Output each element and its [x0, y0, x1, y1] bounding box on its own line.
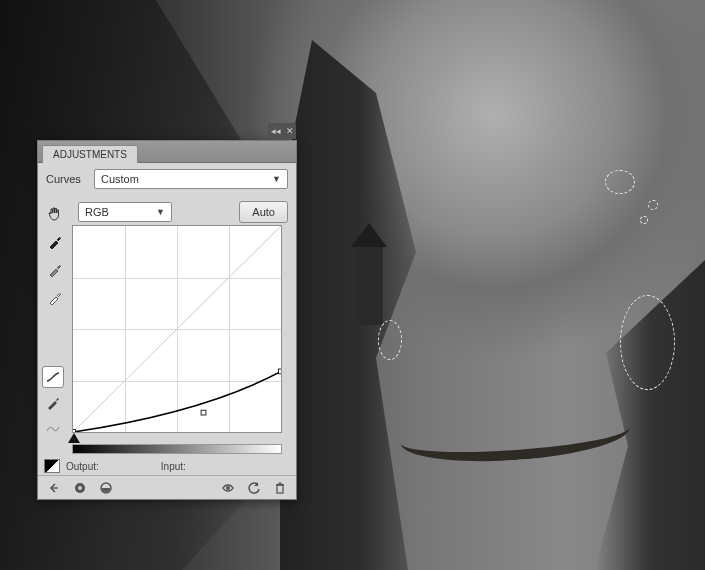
curve-mode-icon[interactable]: [42, 366, 64, 388]
panel-footer: [38, 475, 296, 499]
adjustments-panel: ◂◂ ✕ ADJUSTMENTS Curves Custom ▼ RGB ▼ A…: [37, 140, 297, 500]
svg-point-8: [226, 486, 230, 490]
selection-marquee: [620, 295, 675, 390]
svg-rect-9: [277, 485, 283, 493]
selection-marquee: [378, 320, 402, 360]
reset-icon[interactable]: [246, 480, 262, 496]
panel-tabbar: ADJUSTMENTS: [38, 141, 296, 163]
view-previous-icon[interactable]: [220, 480, 236, 496]
hand-adjust-icon[interactable]: [44, 203, 66, 225]
panel-titletab: ◂◂ ✕: [268, 123, 296, 139]
preset-select-value: Custom: [101, 173, 139, 185]
svg-rect-11: [279, 482, 282, 484]
curves-svg: [73, 226, 281, 432]
clip-layer-icon[interactable]: [98, 480, 114, 496]
black-point-handle[interactable]: [68, 433, 80, 443]
eyedropper-white-icon[interactable]: [44, 287, 66, 309]
auto-button[interactable]: Auto: [239, 201, 288, 223]
trash-icon[interactable]: [272, 480, 288, 496]
smooth-icon[interactable]: [42, 418, 64, 440]
svg-line-0: [73, 226, 281, 432]
preset-row: Curves Custom ▼: [38, 163, 296, 195]
previous-swatch-icon[interactable]: [44, 459, 60, 473]
chevron-down-icon: ▼: [272, 174, 281, 184]
curve-mode-column: [42, 366, 68, 440]
layer-visibility-icon[interactable]: [72, 480, 88, 496]
io-readout-row: Output: Input:: [44, 456, 288, 476]
channel-select-value: RGB: [85, 206, 109, 218]
preset-select[interactable]: Custom ▼: [94, 169, 288, 189]
scene-tower: [355, 245, 383, 325]
panel-close-icon[interactable]: ✕: [286, 126, 294, 136]
selection-marquee: [605, 170, 635, 194]
svg-rect-10: [276, 484, 284, 486]
panel-collapse-icon[interactable]: ◂◂: [271, 126, 281, 136]
channel-select[interactable]: RGB ▼: [78, 202, 172, 222]
channel-row: RGB ▼ Auto: [38, 195, 296, 229]
curves-graph[interactable]: [72, 225, 282, 433]
curves-title: Curves: [46, 173, 88, 185]
svg-rect-4: [51, 487, 58, 488]
svg-point-6: [78, 486, 82, 490]
eyedropper-gray-icon[interactable]: [44, 259, 66, 281]
input-gradient-strip: [72, 444, 282, 454]
sampler-tool-column: [44, 203, 68, 309]
tab-adjustments[interactable]: ADJUSTMENTS: [42, 145, 138, 163]
output-label: Output:: [66, 461, 99, 472]
back-icon[interactable]: [46, 480, 62, 496]
svg-rect-2: [201, 410, 206, 415]
svg-rect-3: [279, 369, 281, 374]
chevron-down-icon: ▼: [156, 207, 165, 217]
selection-marquee: [648, 200, 658, 210]
eyedropper-black-icon[interactable]: [44, 231, 66, 253]
pencil-mode-icon[interactable]: [42, 392, 64, 414]
svg-rect-1: [73, 430, 75, 432]
selection-marquee: [640, 216, 648, 224]
input-label: Input:: [161, 461, 186, 472]
